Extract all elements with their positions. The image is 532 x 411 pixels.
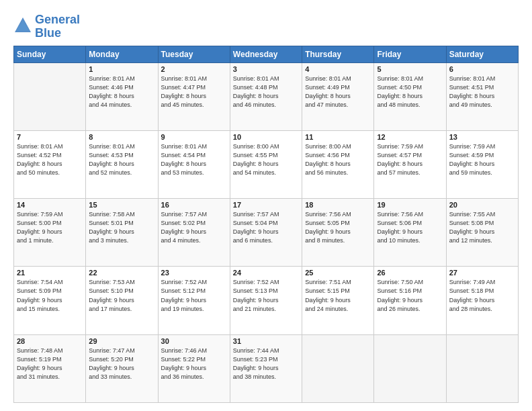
day-number: 25 <box>305 269 371 277</box>
calendar-cell: 22Sunrise: 7:53 AMSunset: 5:10 PMDayligh… <box>86 267 158 334</box>
logo: General Blue <box>13 13 80 40</box>
day-info: Sunrise: 7:52 AMSunset: 5:13 PMDaylight:… <box>233 278 299 313</box>
col-saturday: Saturday <box>446 46 518 62</box>
calendar-cell: 27Sunrise: 7:49 AMSunset: 5:18 PMDayligh… <box>446 267 518 334</box>
day-info: Sunrise: 7:59 AMSunset: 5:00 PMDaylight:… <box>17 210 83 245</box>
day-info: Sunrise: 8:01 AMSunset: 4:54 PMDaylight:… <box>161 142 227 177</box>
day-number: 23 <box>161 269 227 277</box>
week-row-4: 21Sunrise: 7:54 AMSunset: 5:09 PMDayligh… <box>14 267 519 334</box>
calendar-cell: 30Sunrise: 7:46 AMSunset: 5:22 PMDayligh… <box>158 334 230 402</box>
calendar-cell: 3Sunrise: 8:01 AMSunset: 4:48 PMDaylight… <box>230 62 302 130</box>
day-number: 2 <box>161 65 227 73</box>
day-info: Sunrise: 7:44 AMSunset: 5:23 PMDaylight:… <box>233 347 299 381</box>
day-number: 19 <box>377 201 443 209</box>
calendar-cell: 2Sunrise: 8:01 AMSunset: 4:47 PMDaylight… <box>158 62 230 130</box>
day-number: 5 <box>377 65 443 73</box>
header: General Blue <box>13 11 519 40</box>
calendar-cell: 13Sunrise: 7:59 AMSunset: 4:59 PMDayligh… <box>446 130 518 198</box>
day-info: Sunrise: 8:01 AMSunset: 4:48 PMDaylight:… <box>233 75 299 109</box>
day-number: 10 <box>233 133 299 141</box>
calendar-cell: 6Sunrise: 8:01 AMSunset: 4:51 PMDaylight… <box>446 62 518 130</box>
logo-icon <box>13 16 32 35</box>
calendar-cell <box>374 334 446 402</box>
day-info: Sunrise: 7:46 AMSunset: 5:22 PMDaylight:… <box>161 347 227 381</box>
day-number: 31 <box>233 337 299 345</box>
calendar-cell: 15Sunrise: 7:58 AMSunset: 5:01 PMDayligh… <box>86 199 158 267</box>
day-info: Sunrise: 8:01 AMSunset: 4:46 PMDaylight:… <box>89 75 154 109</box>
calendar-cell <box>302 334 374 402</box>
day-number: 12 <box>377 133 443 141</box>
week-row-1: 1Sunrise: 8:01 AMSunset: 4:46 PMDaylight… <box>14 62 519 130</box>
calendar-cell: 20Sunrise: 7:55 AMSunset: 5:08 PMDayligh… <box>446 199 518 267</box>
day-info: Sunrise: 7:57 AMSunset: 5:02 PMDaylight:… <box>161 210 227 245</box>
calendar-cell: 8Sunrise: 8:01 AMSunset: 4:53 PMDaylight… <box>86 130 158 198</box>
day-info: Sunrise: 8:01 AMSunset: 4:53 PMDaylight:… <box>89 142 154 177</box>
day-info: Sunrise: 7:48 AMSunset: 5:19 PMDaylight:… <box>17 347 83 381</box>
calendar-cell: 26Sunrise: 7:50 AMSunset: 5:16 PMDayligh… <box>374 267 446 334</box>
col-sunday: Sunday <box>14 46 86 62</box>
col-thursday: Thursday <box>302 46 374 62</box>
day-info: Sunrise: 8:01 AMSunset: 4:52 PMDaylight:… <box>17 142 83 177</box>
calendar-cell: 25Sunrise: 7:51 AMSunset: 5:15 PMDayligh… <box>302 267 374 334</box>
day-info: Sunrise: 7:56 AMSunset: 5:06 PMDaylight:… <box>377 210 443 245</box>
day-info: Sunrise: 8:01 AMSunset: 4:49 PMDaylight:… <box>305 75 371 109</box>
day-number: 9 <box>161 133 227 141</box>
calendar-cell: 12Sunrise: 7:59 AMSunset: 4:57 PMDayligh… <box>374 130 446 198</box>
col-friday: Friday <box>374 46 446 62</box>
calendar-cell: 17Sunrise: 7:57 AMSunset: 5:04 PMDayligh… <box>230 199 302 267</box>
day-info: Sunrise: 8:01 AMSunset: 4:47 PMDaylight:… <box>161 75 227 109</box>
day-number: 20 <box>449 201 515 209</box>
day-number: 24 <box>233 269 299 277</box>
day-info: Sunrise: 7:49 AMSunset: 5:18 PMDaylight:… <box>449 278 515 313</box>
day-info: Sunrise: 7:54 AMSunset: 5:09 PMDaylight:… <box>17 278 83 313</box>
col-monday: Monday <box>86 46 158 62</box>
week-row-5: 28Sunrise: 7:48 AMSunset: 5:19 PMDayligh… <box>14 334 519 402</box>
calendar-cell: 24Sunrise: 7:52 AMSunset: 5:13 PMDayligh… <box>230 267 302 334</box>
day-info: Sunrise: 7:53 AMSunset: 5:10 PMDaylight:… <box>89 278 154 313</box>
calendar-cell: 23Sunrise: 7:52 AMSunset: 5:12 PMDayligh… <box>158 267 230 334</box>
logo-text-line2: Blue <box>35 27 80 40</box>
day-number: 14 <box>17 201 83 209</box>
day-number: 16 <box>161 201 227 209</box>
calendar-cell: 18Sunrise: 7:56 AMSunset: 5:05 PMDayligh… <box>302 199 374 267</box>
week-row-2: 7Sunrise: 8:01 AMSunset: 4:52 PMDaylight… <box>14 130 519 198</box>
calendar-cell: 19Sunrise: 7:56 AMSunset: 5:06 PMDayligh… <box>374 199 446 267</box>
day-number: 30 <box>161 337 227 345</box>
day-number: 11 <box>305 133 371 141</box>
col-wednesday: Wednesday <box>230 46 302 62</box>
day-number: 29 <box>89 337 154 345</box>
day-number: 28 <box>17 337 83 345</box>
day-number: 6 <box>449 65 515 73</box>
day-number: 8 <box>89 133 154 141</box>
day-info: Sunrise: 8:01 AMSunset: 4:50 PMDaylight:… <box>377 75 443 109</box>
calendar-header: Sunday Monday Tuesday Wednesday Thursday… <box>14 46 519 62</box>
day-info: Sunrise: 8:00 AMSunset: 4:55 PMDaylight:… <box>233 142 299 177</box>
calendar-table: Sunday Monday Tuesday Wednesday Thursday… <box>13 46 519 403</box>
day-number: 22 <box>89 269 154 277</box>
calendar-cell: 16Sunrise: 7:57 AMSunset: 5:02 PMDayligh… <box>158 199 230 267</box>
day-info: Sunrise: 7:58 AMSunset: 5:01 PMDaylight:… <box>89 210 154 245</box>
day-number: 4 <box>305 65 371 73</box>
day-number: 17 <box>233 201 299 209</box>
calendar-cell: 11Sunrise: 8:00 AMSunset: 4:56 PMDayligh… <box>302 130 374 198</box>
logo-text-line1: General <box>35 13 80 27</box>
col-tuesday: Tuesday <box>158 46 230 62</box>
day-number: 15 <box>89 201 154 209</box>
calendar-cell: 14Sunrise: 7:59 AMSunset: 5:00 PMDayligh… <box>14 199 86 267</box>
day-number: 21 <box>17 269 83 277</box>
day-info: Sunrise: 8:01 AMSunset: 4:51 PMDaylight:… <box>449 75 515 109</box>
calendar-cell: 4Sunrise: 8:01 AMSunset: 4:49 PMDaylight… <box>302 62 374 130</box>
day-info: Sunrise: 7:56 AMSunset: 5:05 PMDaylight:… <box>305 210 371 245</box>
week-row-3: 14Sunrise: 7:59 AMSunset: 5:00 PMDayligh… <box>14 199 519 267</box>
calendar-cell <box>446 334 518 402</box>
day-info: Sunrise: 7:51 AMSunset: 5:15 PMDaylight:… <box>305 278 371 313</box>
calendar-page: General Blue Sunday Monday Tuesday Wedne… <box>0 0 532 411</box>
day-info: Sunrise: 7:52 AMSunset: 5:12 PMDaylight:… <box>161 278 227 313</box>
calendar-cell: 29Sunrise: 7:47 AMSunset: 5:20 PMDayligh… <box>86 334 158 402</box>
calendar-cell: 28Sunrise: 7:48 AMSunset: 5:19 PMDayligh… <box>14 334 86 402</box>
calendar-cell: 31Sunrise: 7:44 AMSunset: 5:23 PMDayligh… <box>230 334 302 402</box>
day-number: 27 <box>449 269 515 277</box>
calendar-cell: 1Sunrise: 8:01 AMSunset: 4:46 PMDaylight… <box>86 62 158 130</box>
day-number: 7 <box>17 133 83 141</box>
header-row: Sunday Monday Tuesday Wednesday Thursday… <box>14 46 519 62</box>
